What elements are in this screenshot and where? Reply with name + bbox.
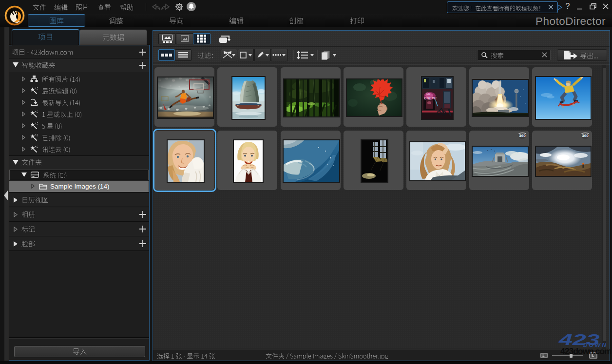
svg-text:CREPE: CREPE bbox=[424, 96, 437, 100]
svg-text:360: 360 bbox=[582, 134, 589, 138]
svg-text:360: 360 bbox=[519, 134, 526, 138]
svg-text:Su: Su bbox=[426, 92, 430, 96]
